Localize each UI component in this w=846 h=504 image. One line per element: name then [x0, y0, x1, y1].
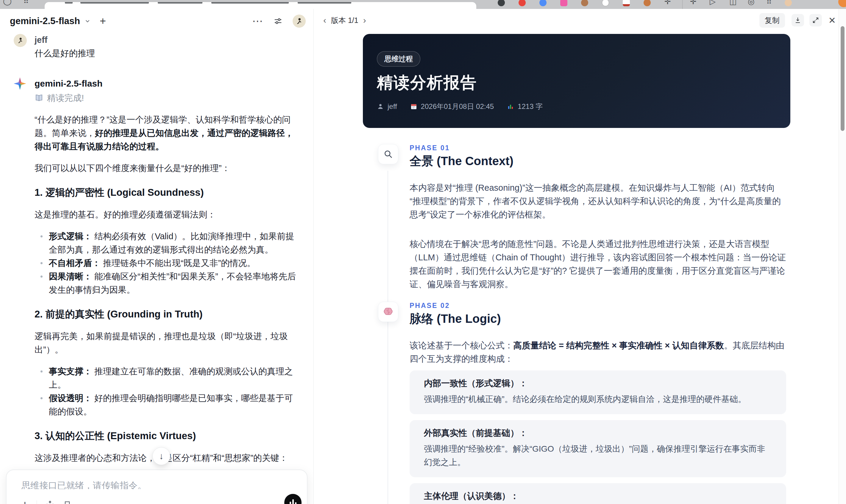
- user-message: jeff 什么是好的推理: [14, 33, 297, 60]
- section-heading: 2. 前提的真实性 (Grounding in Truth): [35, 307, 297, 321]
- list-item: 形式逻辑：结构必须有效（Valid）。比如演绎推理中，如果前提全部为真，那么通过…: [49, 230, 297, 256]
- browser-chrome: ◯ ⠿ ✛ ✛ ▷ ◫ ◎ ⠿: [0, 0, 846, 9]
- status-line: 精读完成!: [35, 91, 297, 105]
- tab-title-fragment: [211, 2, 289, 4]
- close-panel-button[interactable]: ✕: [828, 15, 836, 25]
- version-prev-button[interactable]: ‹: [320, 15, 329, 25]
- extension-icon[interactable]: [602, 0, 609, 6]
- phase-title: 脉络 (The Logic): [410, 311, 786, 326]
- report-author: jeff: [377, 102, 397, 111]
- report-meta: jeff 2026年01月08日 02:45 1213 字: [377, 102, 543, 111]
- report-title: 精读分析报告: [377, 72, 477, 94]
- status-text: 精读完成!: [47, 91, 84, 105]
- bullet-list: 事实支撑：推理建立在可靠的数据、准确的观测或公认的真理之上。 假设透明：好的推理…: [35, 365, 297, 418]
- scrollbar[interactable]: [839, 9, 846, 504]
- list-item: 假设透明：好的推理会明确指明哪些是已知事实，哪些是基于可能的假设。: [49, 392, 297, 418]
- new-chat-button[interactable]: +: [100, 17, 106, 25]
- screen: ◯ ⠿ ✛ ✛ ▷ ◫ ◎ ⠿ gemini-2.5-flash: [0, 0, 846, 504]
- extension-icon[interactable]: [540, 0, 547, 6]
- browser-apps-icon[interactable]: ⠿: [23, 0, 29, 6]
- report-datetime: 2026年01月08日 02:45: [410, 102, 494, 111]
- bar-chart-icon: [507, 103, 514, 110]
- card-body: 强调推理的“经验校准”。解决“GIGO（垃圾进，垃圾出）”问题，确保推理引擎运行…: [424, 442, 772, 469]
- artifact-toolbar: ‹ 版本 1/1 › 复制 ✕: [320, 13, 836, 28]
- tab-title-fragment: [298, 2, 351, 4]
- tab-favicon: [65, 2, 73, 4]
- model-selector[interactable]: gemini-2.5-flash: [10, 16, 80, 26]
- browser-tool-icon[interactable]: ✛: [690, 0, 697, 6]
- voice-input-button[interactable]: [284, 494, 302, 504]
- browser-tool-icon[interactable]: ◫: [729, 0, 737, 6]
- attach-plus-icon[interactable]: +: [21, 500, 28, 504]
- extension-icon[interactable]: ✛: [665, 0, 671, 6]
- extension-icon[interactable]: [623, 0, 630, 6]
- list-item: 因果清晰：能准确区分“相关性”和“因果关系”，不会轻率地将先后发生的事情归为因果…: [49, 270, 297, 296]
- card-title: 外部真实性（前提基础）：: [424, 428, 772, 437]
- user-message-text: 什么是好的推理: [35, 47, 297, 60]
- copy-button[interactable]: 复制: [759, 13, 785, 28]
- browser-back-icon[interactable]: ◯: [3, 0, 12, 6]
- report-hero-card: 思维过程 精读分析报告 jeff 2026年01月08日 02:45 1213 …: [363, 34, 790, 128]
- phase-paragraph: 核心情境在于解决“思考的随意性”问题。不论是人类通过批判性思维进行决策，还是大语…: [410, 237, 786, 291]
- browser-tool-icon[interactable]: ▷: [710, 0, 716, 6]
- scroll-to-bottom-button[interactable]: ↓: [153, 447, 170, 465]
- magnifier-icon: [378, 144, 398, 164]
- extension-icon[interactable]: [560, 0, 567, 6]
- composer-divider: [37, 500, 37, 504]
- report-body: PHASE 01 全景 (The Context) 本内容是对“推理 (Reas…: [378, 140, 786, 504]
- more-options-button[interactable]: ⋯: [252, 15, 263, 28]
- assistant-paragraph: “什么是好的推理？”这是一个涉及逻辑学、认知科学和哲学核心的问题。简单来说，好的…: [35, 113, 297, 153]
- user-avatar: [14, 34, 27, 47]
- bookmark-icon[interactable]: [63, 501, 71, 504]
- tab-title-fragment: [81, 2, 149, 4]
- calendar-icon: [410, 103, 417, 110]
- person-icon: [377, 103, 384, 110]
- phase-section-1: PHASE 01 全景 (The Context) 本内容是对“推理 (Reas…: [378, 144, 786, 291]
- extension-icon[interactable]: [838, 0, 846, 7]
- chat-header: gemini-2.5-flash + ⋯: [10, 13, 306, 29]
- composer: +: [6, 469, 307, 504]
- profile-avatar-icon[interactable]: [785, 0, 792, 6]
- phase-label: PHASE 01: [410, 144, 786, 152]
- phase-title: 全景 (The Context): [410, 154, 786, 168]
- artifact-panel: ‹ 版本 1/1 › 复制 ✕ 思维过程 精读分析报告: [314, 9, 846, 504]
- version-label: 版本 1/1: [331, 16, 358, 25]
- phase-section-2: PHASE 02 脉络 (The Logic) 该论述基于一个核心公式：高质量结…: [378, 302, 786, 366]
- assistant-name: gemini-2.5-flash: [35, 77, 297, 90]
- browser-tab[interactable]: [45, 2, 476, 9]
- user-name: jeff: [35, 33, 297, 47]
- download-button[interactable]: [792, 14, 804, 26]
- assistant-message: gemini-2.5-flash 精读完成! “什么是好的推理？”这是一个涉及逻…: [14, 77, 297, 504]
- sparkle-tools-icon[interactable]: [45, 500, 55, 504]
- browser-tool-icon[interactable]: ⠿: [766, 0, 772, 6]
- extension-icon[interactable]: [518, 0, 526, 6]
- tune-settings-icon[interactable]: [274, 17, 282, 25]
- message-input[interactable]: [6, 470, 307, 489]
- browser-tool-icon[interactable]: ◎: [748, 0, 755, 6]
- dimension-card: 外部真实性（前提基础）： 强调推理的“经验校准”。解决“GIGO（垃圾进，垃圾出…: [410, 420, 786, 477]
- user-avatar[interactable]: [293, 15, 306, 28]
- bullet-list: 形式逻辑：结构必须有效（Valid）。比如演绎推理中，如果前提全部为真，那么通过…: [35, 230, 297, 296]
- scrollbar-thumb[interactable]: [841, 26, 845, 131]
- open-book-icon: [35, 94, 43, 103]
- section-heading: 3. 认知的公正性 (Epistemic Virtues): [35, 428, 297, 443]
- chevron-down-icon[interactable]: [84, 18, 91, 24]
- dimension-cards: 内部一致性（形式逻辑）： 强调推理的“机械正确”。结论必须在给定的规则系统内逻辑…: [410, 371, 786, 504]
- extension-icon[interactable]: [581, 0, 588, 6]
- chat-scroll-area[interactable]: jeff 什么是好的推理 gemini-2.5-flash 精读完成! “什么是…: [14, 33, 297, 504]
- composer-toolbar: +: [21, 500, 71, 504]
- list-item: 不自相矛盾：推理链条中不能出现“既是又非”的情况。: [49, 256, 297, 270]
- version-next-button[interactable]: ›: [360, 15, 369, 25]
- expand-fullscreen-button[interactable]: [809, 14, 822, 26]
- phase-paragraph: 本内容是对“推理 (Reasoning)”这一抽象概念的高层建模。在知识爆炸与人…: [410, 181, 786, 221]
- extension-icon[interactable]: [498, 0, 505, 6]
- phase-label: PHASE 02: [410, 302, 786, 310]
- assistant-paragraph: 这是推理的基石。好的推理必须遵循逻辑法则：: [35, 208, 297, 221]
- dimension-card: 主体伦理（认识美德）： 转向推理者的心理特征。引入奥卡姆剃刀和反向论证，旨在克服…: [410, 483, 786, 504]
- list-item: 事实支撑：推理建立在可靠的数据、准确的观测或公认的真理之上。: [49, 365, 297, 392]
- extension-icon[interactable]: [644, 0, 651, 6]
- card-title: 内部一致性（形式逻辑）：: [424, 379, 772, 388]
- card-body: 强调推理的“机械正确”。结论必须在给定的规则系统内逻辑自洽，这是推理的硬件基础。: [424, 392, 772, 406]
- assistant-paragraph: 我们可以从以下四个维度来衡量什么是“好的推理”：: [35, 162, 297, 175]
- brain-icon: [378, 302, 398, 322]
